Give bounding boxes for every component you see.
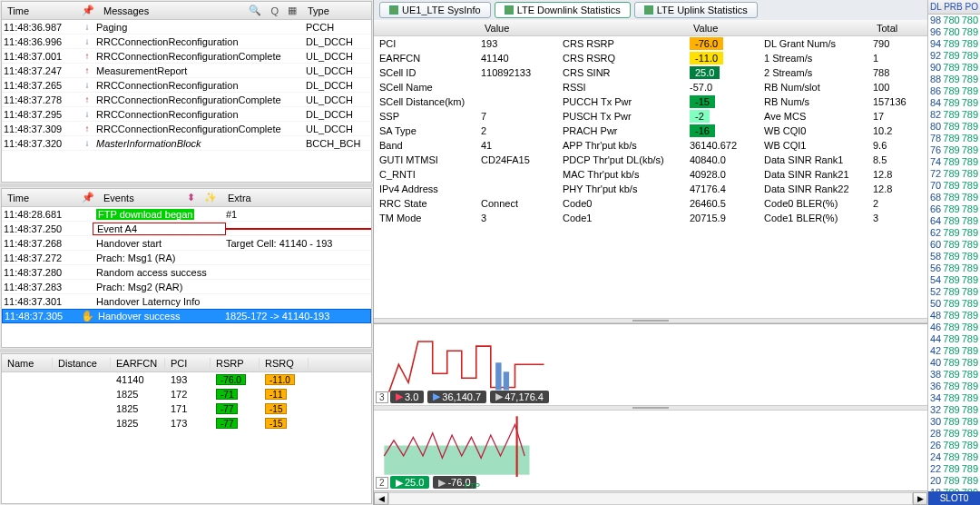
scroll-left-button[interactable]: ◀: [374, 492, 388, 505]
svg-rect-0: [495, 362, 501, 390]
msg-row[interactable]: 11:48:36.987 ↓ Paging PCCH: [2, 20, 371, 35]
neighbor-row[interactable]: 41140193 -76.0 -11.0: [2, 372, 371, 387]
scroll-track[interactable]: [388, 492, 913, 505]
prb-row: 96780789: [928, 26, 980, 38]
columns-icon[interactable]: ▦: [286, 5, 299, 16]
stats-row[interactable]: Band41APP Thr'put kb/s36140.672WB CQI19.…: [374, 138, 927, 153]
col-nb-earfcn[interactable]: EARFCN: [111, 358, 165, 369]
prb-header[interactable]: DL PRB PO: [928, 0, 980, 15]
event-row[interactable]: 11:48:37.250 Event A4: [2, 222, 371, 236]
stats-row[interactable]: SCell NameRSSI-57.0RB Num/slot100: [374, 80, 927, 94]
tab[interactable]: UE1_LTE SysInfo: [379, 2, 491, 18]
prb-row: 60789789: [928, 239, 980, 251]
neighbor-row[interactable]: 1825171 -77 -15: [2, 401, 371, 416]
msg-row[interactable]: 11:48:37.265 ↓ RRCConnectionReconfigurat…: [2, 78, 371, 93]
sh3[interactable]: Value: [690, 20, 764, 35]
event-row[interactable]: 11:48:28.681 FTP download began #1: [2, 207, 371, 222]
col-type[interactable]: Type: [304, 5, 369, 16]
prb-row: 20789789: [928, 475, 980, 487]
pin-icon[interactable]: 📌: [82, 192, 94, 203]
col-nb-rsrp[interactable]: RSRP: [211, 358, 260, 369]
msg-row[interactable]: 11:48:37.247 ↑ MeasurementReport UL_DCCH: [2, 64, 371, 78]
stats-row[interactable]: PCI193CRS RSRP-76.0DL Grant Num/s790: [374, 36, 927, 51]
chart-icon[interactable]: ⬍: [185, 192, 197, 203]
event-row[interactable]: 11:48:37.268 Handover start Target Cell:…: [2, 236, 371, 251]
sh5[interactable]: Total: [873, 20, 927, 35]
stats-row[interactable]: IPv4 AddressPHY Thr'put kb/s47176.4Data …: [374, 182, 927, 196]
event-row[interactable]: 11:48:37.280 Random access success: [2, 265, 371, 280]
event-row[interactable]: 11:48:37.272 Prach: Msg1 (RA): [2, 251, 371, 265]
prb-row: 36789789: [928, 381, 980, 392]
col-ev-extra[interactable]: Extra: [224, 193, 369, 203]
prb-row: 80789789: [928, 121, 980, 133]
prb-row: 52789789: [928, 286, 980, 298]
prb-row: 40789789: [928, 357, 980, 369]
stats-row[interactable]: RRC StateConnectCode026460.5Code0 BLER(%…: [374, 196, 927, 211]
msg-row[interactable]: 11:48:37.278 ↑ RRCConnectionReconfigurat…: [2, 93, 371, 107]
scroll-right-button[interactable]: ▶: [913, 492, 927, 505]
col-nb-dist[interactable]: Distance: [53, 358, 111, 369]
prb-row: 54789789: [928, 274, 980, 286]
event-row[interactable]: 11:48:37.283 Prach: Msg2 (RAR): [2, 280, 371, 294]
stats-row[interactable]: TM Mode3Code120715.9Code1 BLER(%)3: [374, 211, 927, 225]
signal-chart[interactable]: 2 ▶25.0▶-76.0 FTP: [374, 411, 927, 491]
stats-row[interactable]: SCell ID110892133CRS SINR25.02 Stream/s7…: [374, 65, 927, 80]
col-time[interactable]: Time: [4, 5, 76, 16]
messages-grid[interactable]: 11:48:36.987 ↓ Paging PCCH11:48:36.996 ↓…: [2, 20, 371, 182]
sh0[interactable]: [374, 20, 481, 35]
prb-row: 62789789: [928, 227, 980, 239]
msg-row[interactable]: 11:48:37.320 ↓ MasterInformationBlock BC…: [2, 136, 371, 151]
up-arrow-icon: ↑: [80, 124, 94, 134]
neighbor-row[interactable]: 1825172 -71 -11: [2, 387, 371, 401]
sh2[interactable]: [563, 20, 690, 35]
up-arrow-icon: ↑: [80, 94, 94, 104]
col-ev-events[interactable]: Events: [100, 193, 180, 203]
chart-scrollbar[interactable]: ◀ ▶: [374, 490, 927, 505]
search-icon[interactable]: 🔍: [247, 5, 263, 16]
col-nb-rsrq[interactable]: RSRQ: [260, 358, 309, 369]
sh4[interactable]: [764, 20, 873, 35]
throughput-chart[interactable]: 3 ▶3.0▶36,140.7▶47,176.4: [374, 324, 927, 405]
neighbors-grid[interactable]: 41140193 -76.0 -11.0 1825172 -71 -11 182…: [2, 372, 371, 503]
msg-row[interactable]: 11:48:36.996 ↓ RRCConnectionReconfigurat…: [2, 35, 371, 49]
down-arrow-icon: ↓: [80, 109, 94, 119]
event-row[interactable]: 11:48:37.305✋Handover success1825-172 ->…: [2, 309, 371, 323]
down-arrow-icon: ↓: [80, 36, 94, 46]
col-nb-pci[interactable]: PCI: [165, 358, 211, 369]
prb-row: 66789789: [928, 203, 980, 215]
stats-row[interactable]: C_RNTIMAC Thr'put kb/s40928.0Data SINR R…: [374, 167, 927, 182]
sh1[interactable]: Value: [481, 20, 563, 35]
events-grid[interactable]: 11:48:28.681 FTP download began #111:48:…: [2, 207, 371, 347]
stats-row[interactable]: SCell Distance(km)PUCCH Tx Pwr-15RB Num/…: [374, 94, 927, 109]
tab[interactable]: LTE Downlink Statistics: [495, 2, 631, 18]
col-messages[interactable]: Messages: [100, 5, 241, 16]
prb-body[interactable]: 9878078096780789947897899278978990789789…: [928, 15, 980, 491]
splitter-2[interactable]: [0, 349, 373, 352]
stats-grid[interactable]: PCI193CRS RSRP-76.0DL Grant Num/s790EARF…: [374, 36, 927, 318]
stats-pane: Value Value Total PCI193CRS RSRP-76.0DL …: [374, 20, 927, 505]
msg-row[interactable]: 11:48:37.309 ↑ RRCConnectionReconfigurat…: [2, 122, 371, 136]
splitter-1[interactable]: [0, 183, 373, 187]
wand-icon[interactable]: ✨: [202, 192, 219, 203]
col-ev-time[interactable]: Time: [4, 193, 76, 203]
prb-row: 90789789: [928, 62, 980, 74]
msg-row[interactable]: 11:48:37.295 ↓ RRCConnectionReconfigurat…: [2, 107, 371, 122]
chart-area: 3 ▶3.0▶36,140.7▶47,176.4 2 ▶25.0▶-76.0 F…: [374, 323, 927, 505]
pin-icon[interactable]: 📌: [82, 5, 94, 16]
find-icon[interactable]: Q: [269, 5, 280, 16]
events-pane: Time 📌 Events ⬍ ✨ Extra 11:48:28.681 FTP…: [1, 188, 372, 348]
prb-strip: DL PRB PO 987807809678078994789789927897…: [927, 0, 980, 505]
col-nb-name[interactable]: Name: [2, 358, 53, 369]
stats-row[interactable]: SSP7PUSCH Tx Pwr-2Ave MCS17: [374, 109, 927, 124]
tab[interactable]: LTE Uplink Statistics: [634, 2, 758, 18]
neighbor-row[interactable]: 1825173 -77 -15: [2, 416, 371, 431]
prb-row: 44789789: [928, 333, 980, 345]
stats-row[interactable]: SA Type2PRACH Pwr-16WB CQI010.2: [374, 124, 927, 138]
event-row[interactable]: 11:48:37.301 Handover Laterncy Info: [2, 294, 371, 309]
stats-row[interactable]: GUTI MTMSICD24FA15PDCP Thr'put DL(kb/s)4…: [374, 153, 927, 167]
up-arrow-icon: ↑: [80, 51, 94, 61]
prb-row: 84789789: [928, 97, 980, 109]
stats-headrow: Value Value Total: [374, 20, 927, 36]
msg-row[interactable]: 11:48:37.001 ↑ RRCConnectionReconfigurat…: [2, 49, 371, 64]
stats-row[interactable]: EARFCN41140CRS RSRQ-11.01 Stream/s1: [374, 51, 927, 65]
